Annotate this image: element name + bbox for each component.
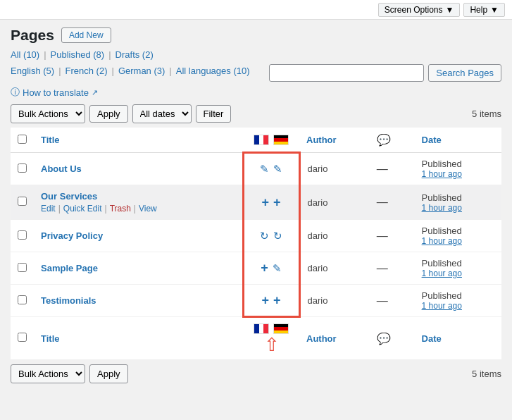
date-ago-link-2[interactable]: 1 hour ago xyxy=(422,203,494,213)
table-row: Testimonials + + dario — Published 1 hou… xyxy=(11,285,501,317)
bottom-toolbar: Bulk Actions Apply 5 items xyxy=(11,364,501,383)
filter-button-top[interactable]: Filter xyxy=(196,105,232,123)
row-title-cell: Our Services Edit | Quick Edit | Trash |… xyxy=(34,185,243,220)
row-checkbox-cell xyxy=(11,185,34,220)
row-title-cell: About Us xyxy=(34,153,243,185)
footer-checkbox-cell xyxy=(11,317,34,360)
filter-german[interactable]: German (3) xyxy=(118,66,165,76)
de-trans-icon-1[interactable]: ✎ xyxy=(273,163,282,175)
de-trans-icon-3[interactable]: ↻ xyxy=(273,230,282,242)
table-row: Sample Page + ✎ dario — Published 1 hour… xyxy=(11,252,501,285)
footer-checkbox[interactable] xyxy=(18,333,27,342)
filter-published[interactable]: Published (8) xyxy=(51,49,105,60)
row-checkbox-1[interactable] xyxy=(18,163,27,173)
check-all-header xyxy=(11,128,34,153)
footer-french-flag xyxy=(254,323,269,334)
screen-options-label: Screen Options xyxy=(385,5,443,15)
bulk-actions-select-top[interactable]: Bulk Actions xyxy=(11,104,85,123)
check-all-checkbox[interactable] xyxy=(18,135,27,144)
row-checkbox-cell xyxy=(11,252,34,285)
de-trans-icon-2[interactable]: + xyxy=(273,195,281,210)
date-header[interactable]: Date xyxy=(415,128,501,153)
row-flags-cell-2: + + xyxy=(243,185,299,220)
filter-french[interactable]: French (2) xyxy=(65,66,108,76)
row-flags-cell-1: ✎ ✎ xyxy=(243,153,299,185)
row-title-cell: Privacy Policy xyxy=(34,220,243,252)
footer-author-cell[interactable]: Author xyxy=(299,317,370,360)
how-to-translate-row: ⓘ How to translate ↗ xyxy=(11,86,501,99)
row-checkbox-5[interactable] xyxy=(18,295,27,304)
row-date-cell-2: Published 1 hour ago xyxy=(415,185,501,220)
screen-options-arrow: ▼ xyxy=(446,5,454,15)
add-new-button[interactable]: Add New xyxy=(61,27,111,43)
filter-english[interactable]: English (5) xyxy=(11,66,54,76)
toolbar-left: Bulk Actions Apply All dates Filter xyxy=(11,104,231,123)
filter-links-language: English (5) | French (2) | German (3) | … xyxy=(11,66,250,76)
search-input[interactable] xyxy=(269,64,424,82)
row-checkbox-cell xyxy=(11,153,34,185)
date-ago-link-5[interactable]: 1 hour ago xyxy=(422,301,494,311)
translation-icons-5: + + xyxy=(251,293,292,308)
help-arrow: ▼ xyxy=(490,5,499,15)
author-header[interactable]: Author xyxy=(299,128,370,153)
comments-header[interactable]: 💬 xyxy=(370,128,415,153)
item-count-bottom: 5 items xyxy=(472,369,501,379)
translation-icons-2: + + xyxy=(251,195,292,210)
top-bar: Screen Options ▼ Help ▼ xyxy=(0,0,512,20)
filter-links-status: All (10) | Published (8) | Drafts (2) xyxy=(11,49,501,60)
date-ago-link-1[interactable]: 1 hour ago xyxy=(422,169,494,179)
edit-link-2[interactable]: Edit xyxy=(41,204,56,214)
top-toolbar: Bulk Actions Apply All dates Filter 5 it… xyxy=(11,104,501,123)
footer-date-cell[interactable]: Date xyxy=(415,317,501,360)
fr-trans-icon-5[interactable]: + xyxy=(261,293,269,308)
help-label: Help xyxy=(470,5,487,15)
footer-german-flag xyxy=(273,323,289,334)
row-checkbox-cell xyxy=(11,220,34,252)
search-pages-button[interactable]: Search Pages xyxy=(428,64,501,82)
apply-button-bottom[interactable]: Apply xyxy=(89,364,128,383)
filter-all[interactable]: All (10) xyxy=(11,49,39,60)
title-header[interactable]: Title xyxy=(34,128,243,153)
search-bar: Search Pages xyxy=(269,64,501,82)
fr-trans-icon-4[interactable]: + xyxy=(261,261,268,276)
page-title-row: Pages Add New xyxy=(11,27,501,44)
row-checkbox-2[interactable] xyxy=(18,197,27,206)
table-row: About Us ✎ ✎ dario — Published 1 hour ag… xyxy=(11,153,501,185)
row-checkbox-4[interactable] xyxy=(18,263,27,272)
footer-flags xyxy=(250,323,292,334)
fr-trans-icon-2[interactable]: + xyxy=(261,195,269,210)
page-title-link-4[interactable]: Sample Page xyxy=(41,263,98,273)
translation-icons-4: + ✎ xyxy=(251,261,292,276)
footer-title-cell[interactable]: Title xyxy=(34,317,243,360)
row-title-cell: Sample Page xyxy=(34,252,243,285)
filter-all-languages[interactable]: All languages (10) xyxy=(176,66,250,76)
row-comments-cell-5: — xyxy=(370,285,415,317)
page-title-link-2[interactable]: Our Services xyxy=(41,191,97,202)
trash-link-2[interactable]: Trash xyxy=(110,204,131,214)
date-ago-link-4[interactable]: 1 hour ago xyxy=(422,268,494,278)
de-trans-icon-4[interactable]: ✎ xyxy=(273,262,282,275)
row-date-cell-1: Published 1 hour ago xyxy=(415,153,501,185)
page-title-link-3[interactable]: Privacy Policy xyxy=(41,230,103,241)
row-date-cell-3: Published 1 hour ago xyxy=(415,220,501,252)
page-title-link-1[interactable]: About Us xyxy=(41,163,82,174)
dates-select-top[interactable]: All dates xyxy=(132,104,192,123)
row-checkbox-3[interactable] xyxy=(18,230,27,240)
date-ago-link-3[interactable]: 1 hour ago xyxy=(422,236,494,246)
row-date-cell-4: Published 1 hour ago xyxy=(415,252,501,285)
german-flag-header xyxy=(273,135,289,145)
fr-trans-icon-1[interactable]: ✎ xyxy=(260,163,269,175)
bulk-actions-select-bottom[interactable]: Bulk Actions xyxy=(11,364,85,383)
de-trans-icon-5[interactable]: + xyxy=(273,293,281,308)
view-link-2[interactable]: View xyxy=(139,204,157,214)
screen-options-button[interactable]: Screen Options ▼ xyxy=(378,3,461,17)
row-flags-cell-5: + + xyxy=(243,285,299,317)
how-to-translate-link[interactable]: How to translate xyxy=(23,87,89,98)
item-count-top: 5 items xyxy=(472,109,501,119)
filter-drafts[interactable]: Drafts (2) xyxy=(115,49,154,60)
quick-edit-link-2[interactable]: Quick Edit xyxy=(63,204,102,214)
fr-trans-icon-3[interactable]: ↻ xyxy=(260,230,269,242)
help-button[interactable]: Help ▼ xyxy=(463,3,505,17)
apply-button-top[interactable]: Apply xyxy=(89,105,128,123)
page-title-link-5[interactable]: Testimonials xyxy=(41,295,96,306)
